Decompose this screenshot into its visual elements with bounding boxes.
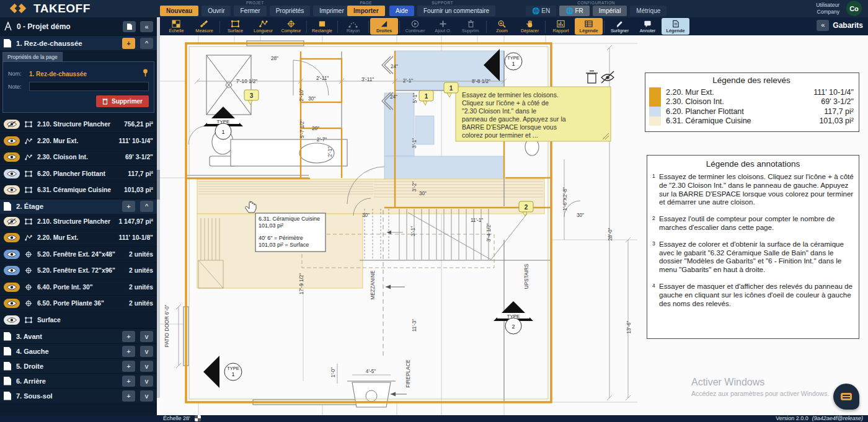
- visibility-eye-off-icon[interactable]: [4, 217, 20, 226]
- section-rez-de-chaussee[interactable]: 1. Rez-de-chaussée + ^: [0, 35, 157, 50]
- tool-supprimer[interactable]: Supprim.: [457, 18, 485, 35]
- tool-rectangle[interactable]: Rectangle: [308, 18, 336, 35]
- takeoff-row[interactable]: 5.20. Fenêtre Ext. 72"x96" 2 unités: [0, 263, 157, 279]
- metrique-button[interactable]: Métrique: [630, 6, 666, 16]
- takeoff-row[interactable]: 2.10. Structure Plancher 756,21 pi²: [0, 116, 157, 133]
- tool-surface[interactable]: Surface: [221, 18, 249, 35]
- visibility-eye-icon[interactable]: [4, 233, 20, 242]
- tool-rapport[interactable]: Rapport: [547, 18, 575, 35]
- takeoff-row[interactable]: 2.30. Cloison Int. 69' 3-1/2": [0, 149, 157, 166]
- gabarits-panel-toggle[interactable]: « Gabarits: [817, 20, 863, 31]
- scrollbar-thumb[interactable]: [157, 170, 160, 200]
- visibility-eye-icon[interactable]: [4, 169, 20, 178]
- takeoff-row[interactable]: 6.20. Plancher Flottant 117,7 pi²: [0, 166, 157, 183]
- legend-releves-panel[interactable]: Légende des relevés 2.20. Mur Ext. 111' …: [645, 73, 859, 132]
- lang-en-button[interactable]: 🌐 EN: [526, 6, 556, 16]
- visibility-eye-icon[interactable]: [4, 185, 20, 195]
- tool-continuer[interactable]: Continuer: [401, 18, 429, 35]
- tool-legende-annotations[interactable]: Légende: [662, 18, 689, 35]
- visibility-eye-icon[interactable]: [4, 299, 20, 308]
- user-avatar[interactable]: Co: [846, 1, 862, 16]
- tool-zoom[interactable]: Zoom: [488, 18, 516, 35]
- visibility-eye-icon[interactable]: [4, 152, 20, 162]
- section-etage[interactable]: 2. Étage + ^: [0, 199, 157, 214]
- visibility-eye-icon[interactable]: [4, 136, 20, 146]
- type-marker: TYPE 1: [203, 107, 243, 139]
- takeoff-row[interactable]: 6.31. Céramique Cuisine 101,03 pi²: [0, 182, 157, 199]
- tool-droites[interactable]: Droites: [370, 18, 398, 35]
- imprimer-button[interactable]: Imprimer: [313, 6, 350, 16]
- collapse-section-button[interactable]: ^: [140, 201, 153, 212]
- visibility-eye-off-icon[interactable]: [4, 120, 20, 129]
- tool-legende-releves[interactable]: Légende: [575, 18, 603, 35]
- annotation-badge[interactable]: 3: [244, 90, 259, 105]
- tool-compteur[interactable]: Compteur: [277, 18, 305, 35]
- takeoff-row[interactable]: 2.10. Structure Plancher 1 147,97 pi²: [0, 214, 157, 231]
- tool-ajout[interactable]: Ajout O.: [429, 18, 457, 35]
- sidebar-scrollbar[interactable]: [157, 18, 160, 398]
- add-takeoff-button[interactable]: +: [122, 201, 135, 212]
- delete-annotation-icon[interactable]: [586, 71, 598, 84]
- note-input[interactable]: [29, 82, 149, 91]
- annotation-badge[interactable]: 1: [419, 90, 433, 105]
- export-page-button[interactable]: [123, 21, 136, 32]
- pin-icon[interactable]: [142, 68, 149, 79]
- page-icon: [4, 362, 11, 371]
- svg-text:Cliquez sur l'icône + à côté d: Cliquez sur l'icône + à côté de: [462, 99, 549, 107]
- imperial-button[interactable]: Impérial: [593, 6, 627, 16]
- sidebar-page-sous-sol[interactable]: 7. Sous-sol + v: [0, 388, 157, 403]
- add-takeoff-button[interactable]: +: [122, 390, 135, 402]
- dim-label: 2'-1": [403, 78, 413, 84]
- ouvrir-button[interactable]: Ouvrir: [202, 6, 231, 16]
- legend-annotations-panel[interactable]: Légende des annotations 1Essayez de term…: [647, 155, 859, 339]
- takeoff-row[interactable]: 5.20. Fenêtre Ext. 24"x48" 2 unités: [0, 247, 157, 263]
- collapse-section-button[interactable]: ^: [140, 38, 153, 49]
- takeoff-row[interactable]: Surface: [0, 312, 157, 329]
- tool-surligner[interactable]: Surligner: [606, 18, 634, 35]
- sidebar-page-avant[interactable]: 3. Avant + v: [0, 328, 157, 343]
- plan-canvas[interactable]: 28" 7'-10 1/2" 2'-10" 2'-11" 3'-11" 24" …: [160, 35, 868, 415]
- expand-section-button[interactable]: v: [140, 331, 153, 342]
- menu-group-support: SUPPORT Aide Fournir un commentaire: [389, 1, 495, 16]
- hide-annotation-icon[interactable]: [601, 71, 614, 83]
- importer-button[interactable]: Importer: [347, 6, 385, 16]
- takeoff-row[interactable]: 6.40. Porte Int. 30" 2 unités: [0, 279, 157, 296]
- scale-checker-icon[interactable]: [195, 415, 201, 421]
- tool-annoter[interactable]: Annoter: [634, 18, 662, 35]
- aide-button[interactable]: Aide: [389, 6, 414, 16]
- supprimer-button[interactable]: Supprimer: [96, 95, 149, 107]
- expand-section-button[interactable]: v: [140, 361, 153, 372]
- fermer-button[interactable]: Fermer: [234, 6, 266, 16]
- sidebar-page-gauche[interactable]: 4. Gauche + v: [0, 343, 157, 358]
- add-takeoff-button[interactable]: +: [122, 361, 135, 372]
- sidebar-page-arriere[interactable]: 6. Arrière + v: [0, 373, 157, 388]
- tool-measure[interactable]: Measure: [190, 18, 218, 35]
- visibility-eye-icon[interactable]: [4, 283, 20, 292]
- tool-deplacer[interactable]: Déplacer: [516, 18, 544, 35]
- takeoff-row[interactable]: 6.50. Porte Pliante 36" 2 unités: [0, 296, 157, 312]
- commentaire-button[interactable]: Fournir un commentaire: [417, 6, 495, 16]
- tool-echelle[interactable]: Échelle: [162, 18, 190, 35]
- visibility-eye-icon[interactable]: [4, 315, 20, 325]
- takeoff-row[interactable]: 2.20. Mur Ext. 111' 10-1/8": [0, 230, 157, 247]
- add-takeoff-button[interactable]: +: [122, 38, 135, 49]
- lang-fr-button[interactable]: 🌐 FR: [559, 6, 590, 16]
- collapse-gabarits-icon[interactable]: «: [817, 20, 829, 31]
- proprietes-button[interactable]: Propriétés: [270, 6, 311, 16]
- add-takeoff-button[interactable]: +: [122, 331, 135, 342]
- chat-support-button[interactable]: [833, 384, 859, 410]
- visibility-eye-icon[interactable]: [4, 250, 20, 259]
- expand-section-button[interactable]: v: [140, 390, 153, 402]
- takeoff-row[interactable]: 2.20. Mur Ext. 111' 10-1/4": [0, 133, 157, 150]
- collapse-sidebar-button[interactable]: «: [140, 21, 153, 32]
- expand-section-button[interactable]: v: [140, 346, 153, 357]
- expand-section-button[interactable]: v: [140, 376, 153, 387]
- sidebar-page-droite[interactable]: 5. Droite + v: [0, 358, 157, 373]
- tool-longueur[interactable]: Longueur: [249, 18, 277, 35]
- nouveau-button[interactable]: Nouveau: [160, 6, 198, 16]
- add-takeoff-button[interactable]: +: [122, 346, 135, 357]
- add-takeoff-button[interactable]: +: [122, 376, 135, 387]
- tool-rayon[interactable]: Rayon: [339, 18, 367, 35]
- visibility-eye-icon[interactable]: [4, 266, 20, 275]
- annotation-note[interactable]: Essayez de terminer les cloisons. Clique…: [444, 82, 611, 141]
